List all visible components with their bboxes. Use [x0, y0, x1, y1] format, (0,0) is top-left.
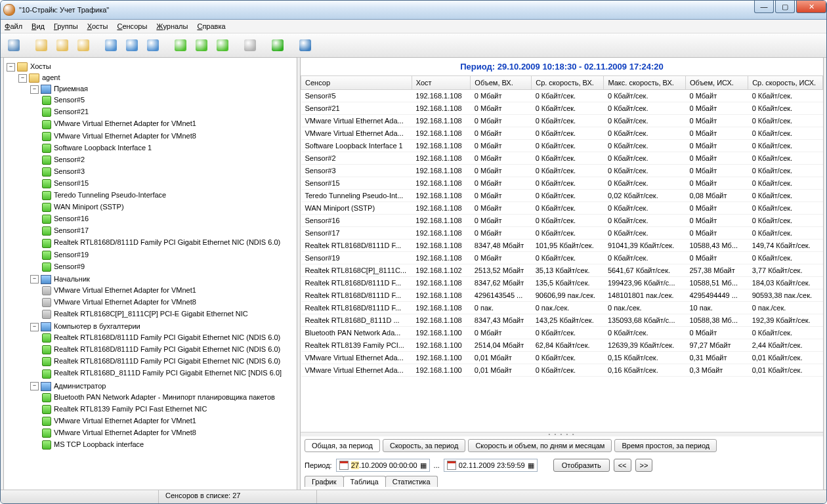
- host-add-icon[interactable]: [102, 36, 120, 54]
- tree-sensor[interactable]: Realtek RTL8139 Family PCI Fast Ethernet…: [54, 405, 207, 413]
- search-icon[interactable]: [5, 36, 23, 54]
- column-header[interactable]: Хост: [412, 76, 471, 90]
- table-row[interactable]: Sensor#3192.168.1.1080 Мбайт0 Кбайт/сек.…: [301, 165, 823, 177]
- table-row[interactable]: VMware Virtual Ethernet Ada...192.168.1.…: [301, 352, 823, 364]
- tree-sensor[interactable]: VMware Virtual Ethernet Adapter for VMne…: [54, 286, 196, 294]
- menu-журналы[interactable]: Журналы: [156, 22, 188, 30]
- close-button[interactable]: ✕: [796, 1, 826, 13]
- column-header[interactable]: Ср. скорость, ИСХ.: [748, 76, 823, 90]
- menu-сенсоры[interactable]: Сенсоры: [117, 22, 147, 30]
- minimize-button[interactable]: —: [754, 1, 774, 13]
- view-tab[interactable]: Таблица: [343, 476, 386, 487]
- table-row[interactable]: Realtek RTL8139 Family PCI...192.168.1.1…: [301, 339, 823, 352]
- table-row[interactable]: Sensor#16192.168.1.1080 Мбайт0 Кбайт/сек…: [301, 215, 823, 227]
- tree-sensor[interactable]: Sensor#3: [54, 167, 85, 175]
- tree-sensor[interactable]: Teredo Tunneling Pseudo-Interface: [54, 191, 166, 199]
- column-header[interactable]: Объем, ВХ.: [471, 76, 532, 90]
- tree-sensor[interactable]: VMware Virtual Ethernet Adapter for VMne…: [54, 119, 196, 127]
- expand-toggle[interactable]: −: [7, 63, 15, 72]
- tree-pane[interactable]: −Хосты−agent−ПриемнаяSensor#5Sensor#21VM…: [3, 57, 297, 490]
- tree-sensor[interactable]: Sensor#19: [54, 251, 89, 259]
- menu-файл[interactable]: Файл: [5, 22, 22, 30]
- summary-tab[interactable]: Время простоя, за период: [614, 439, 717, 452]
- tree-sensor[interactable]: Realtek RTL8168D_8111D Family PCI Gigabi…: [54, 369, 282, 377]
- expand-toggle[interactable]: −: [30, 323, 39, 331]
- menu-вид[interactable]: Вид: [32, 22, 45, 30]
- folder-edit-icon[interactable]: [53, 36, 72, 54]
- tree-sensor[interactable]: VMware Virtual Ethernet Adapter for VMne…: [54, 298, 196, 306]
- table-row[interactable]: WAN Miniport (SSTP)192.168.1.1080 Мбайт0…: [301, 202, 823, 215]
- host-edit-icon[interactable]: [123, 36, 141, 54]
- tree-sensor[interactable]: VMware Virtual Ethernet Adapter for VMne…: [54, 417, 196, 425]
- table-row[interactable]: Teredo Tunneling Pseudo-Int...192.168.1.…: [301, 190, 823, 202]
- summary-tab[interactable]: Скорость и объем, по дням и месяцам: [468, 439, 612, 452]
- tree-group[interactable]: agent: [42, 74, 60, 81]
- expand-toggle[interactable]: −: [30, 382, 39, 390]
- summary-tab[interactable]: Скорость, за период: [383, 439, 465, 452]
- column-header[interactable]: Макс. скорость, ВХ.: [604, 76, 686, 90]
- spinner-icon[interactable]: ▦: [528, 461, 534, 470]
- table-row[interactable]: Realtek RTL8168D/8111D F...192.168.1.108…: [301, 277, 823, 289]
- expand-toggle[interactable]: −: [18, 74, 27, 83]
- tree-host[interactable]: Приемная: [54, 85, 88, 93]
- tree-sensor[interactable]: Sensor#21: [54, 108, 89, 116]
- table-row[interactable]: Realtek RTL8168D/8111D F...192.168.1.108…: [301, 240, 823, 252]
- tree-sensor[interactable]: Realtek RTL8168D/8111D Family PCI Gigabi…: [54, 357, 280, 365]
- column-header[interactable]: Сенсор: [301, 76, 412, 90]
- tree-sensor[interactable]: WAN Miniport (SSTP): [54, 203, 124, 211]
- tree-host[interactable]: Администратор: [54, 382, 106, 390]
- tree-sensor[interactable]: Sensor#5: [54, 96, 85, 104]
- table-row[interactable]: Sensor#19192.168.1.1080 Мбайт0 Кбайт/сек…: [301, 252, 823, 264]
- table-row[interactable]: Sensor#21192.168.1.1080 Мбайт0 Кбайт/сек…: [301, 102, 823, 115]
- menu-справка[interactable]: Справка: [197, 22, 225, 30]
- tree-sensor[interactable]: Sensor#17: [54, 226, 89, 234]
- tree-sensor[interactable]: Sensor#2: [54, 156, 85, 163]
- view-tab[interactable]: График: [305, 476, 344, 487]
- next-period-button[interactable]: >>: [635, 459, 653, 472]
- tree-sensor[interactable]: Sensor#9: [54, 262, 85, 270]
- spinner-icon[interactable]: ▦: [420, 461, 427, 470]
- tree-sensor[interactable]: Bluetooth PAN Network Adapter - Минипорт…: [54, 393, 275, 401]
- date-to-field[interactable]: 02.11.2009 23:59:59▦: [444, 459, 538, 472]
- expand-toggle[interactable]: −: [30, 85, 39, 94]
- menu-хосты[interactable]: Хосты: [87, 22, 108, 30]
- timer-icon[interactable]: [241, 36, 259, 54]
- maximize-button[interactable]: ▢: [775, 1, 795, 13]
- table-row[interactable]: VMware Virtual Ethernet Ada...192.168.1.…: [301, 127, 823, 140]
- summary-tab[interactable]: Общая, за период: [305, 439, 380, 452]
- prev-period-button[interactable]: <<: [614, 459, 631, 472]
- tree-sensor[interactable]: Realtek RTL8168D/8111D Family PCI Gigabi…: [54, 345, 280, 353]
- table-row[interactable]: Realtek RTL8168C[P]_8111C...192.168.1.10…: [301, 264, 823, 277]
- settings-icon[interactable]: [296, 36, 314, 54]
- table-row[interactable]: Realtek RTL8168D_8111D ...192.168.1.1088…: [301, 314, 823, 327]
- expand-toggle[interactable]: −: [30, 275, 39, 284]
- table-row[interactable]: Realtek RTL8168D/8111D F...192.168.1.108…: [301, 289, 823, 302]
- view-tab[interactable]: Статистика: [385, 476, 438, 487]
- column-header[interactable]: Ср. скорость, ВХ.: [532, 76, 604, 90]
- table-row[interactable]: Sensor#2192.168.1.1080 Мбайт0 Кбайт/сек.…: [301, 152, 823, 165]
- data-table-wrap[interactable]: СенсорХостОбъем, ВХ.Ср. скорость, ВХ.Мак…: [301, 75, 823, 432]
- tree-sensor[interactable]: VMware Virtual Ethernet Adapter for VMne…: [54, 429, 196, 436]
- table-row[interactable]: Bluetooth PAN Network Ada...192.168.1.10…: [301, 327, 823, 339]
- tree-host[interactable]: Компьютер в бухгалтерии: [54, 322, 140, 330]
- table-row[interactable]: Sensor#15192.168.1.1080 Мбайт0 Кбайт/сек…: [301, 177, 823, 190]
- tree-root[interactable]: Хосты: [30, 62, 51, 70]
- play-icon[interactable]: [268, 36, 287, 54]
- tree-sensor[interactable]: Sensor#15: [54, 179, 89, 187]
- tree-sensor[interactable]: MS TCP Loopback interface: [54, 440, 144, 448]
- tree-sensor[interactable]: Realtek RTL8168C[P]_8111C[P] PCI-E Gigab…: [54, 310, 248, 318]
- sensor-add-icon[interactable]: [171, 36, 190, 54]
- host-remove-icon[interactable]: [144, 36, 162, 54]
- table-row[interactable]: Software Loopback Interface 1192.168.1.1…: [301, 140, 823, 152]
- table-row[interactable]: VMware Virtual Ethernet Ada...192.168.1.…: [301, 115, 823, 127]
- tree-sensor[interactable]: Realtek RTL8168D/8111D Family PCI Gigabi…: [54, 333, 280, 341]
- table-row[interactable]: VMware Virtual Ethernet Ada...192.168.1.…: [301, 364, 823, 377]
- table-row[interactable]: Realtek RTL8168D/8111D F...192.168.1.108…: [301, 302, 823, 314]
- date-from-field[interactable]: 27.10.2009 00:00:00▦: [336, 459, 430, 472]
- tree-sensor[interactable]: Software Loopback Interface 1: [54, 144, 152, 152]
- sensor-remove-icon[interactable]: [213, 36, 232, 54]
- tree-host[interactable]: Начальник: [54, 275, 90, 283]
- tree-sensor[interactable]: VMware Virtual Ethernet Adapter for VMne…: [54, 132, 196, 140]
- column-header[interactable]: Объем, ИСХ.: [685, 76, 748, 90]
- sensor-edit-icon[interactable]: [192, 36, 211, 54]
